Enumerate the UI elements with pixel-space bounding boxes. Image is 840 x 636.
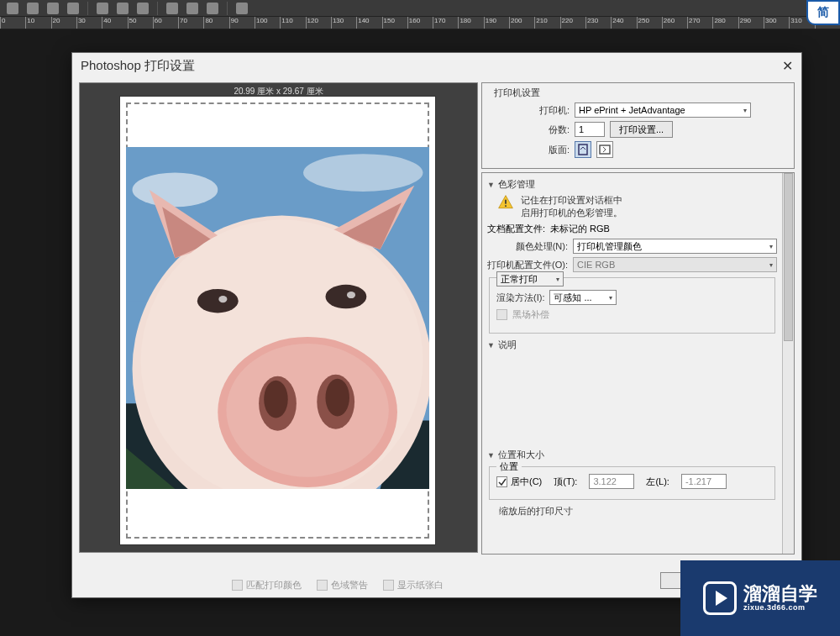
svg-rect-22 [505,205,507,207]
svg-rect-19 [579,145,587,155]
match-print-colors-checkbox [232,580,243,591]
doc-profile-value: 未标记的 RGB [550,223,610,235]
show-paper-white-label: 显示纸张白 [397,579,444,591]
tool-icon[interactable] [117,3,129,14]
tool-icon[interactable] [97,3,108,14]
portrait-icon [578,144,588,155]
chevron-down-icon: ▾ [609,294,612,302]
svg-point-17 [264,381,287,418]
watermark-url: zixue.3d66.com [743,604,817,612]
dialog-titlebar[interactable]: Photoshop 打印设置 ✕ [72,53,801,78]
separator [227,2,228,15]
printer-label: 打印机: [489,104,570,117]
position-size-header[interactable]: ▼ 位置和大小 [487,449,777,461]
printer-select[interactable]: HP ePrint + JetAdvantage ▾ [575,102,751,118]
vertical-scrollbar[interactable] [782,173,794,554]
settings-panel: 打印机设置 打印机: HP ePrint + JetAdvantage ▾ 份数… [481,82,795,555]
render-method-select[interactable]: 可感知 ... ▾ [549,290,617,305]
play-icon [703,581,737,615]
printer-setup-title: 打印机设置 [494,87,787,99]
svg-rect-21 [505,200,507,204]
top-input [589,474,634,489]
color-handling-value: 打印机管理颜色 [577,240,642,253]
copies-input[interactable] [575,122,605,137]
printer-value: HP ePrint + JetAdvantage [579,105,685,115]
disclosure-down-icon: ▼ [487,451,495,460]
print-settings-button[interactable]: 打印设置... [610,121,673,138]
dialog-title: Photoshop 打印设置 [81,58,195,74]
check-icon [497,477,507,486]
doc-profile-label: 文档配置文件: [487,223,545,235]
print-mode-fieldset: 正常打印 ▾ 渲染方法(I): 可感知 ... ▾ [489,277,775,334]
print-settings-dialog: Photoshop 打印设置 ✕ 20.99 厘米 x 29.67 厘米 [71,52,802,598]
svg-point-11 [218,296,227,302]
print-preview-panel: 20.99 厘米 x 29.67 厘米 [79,82,478,553]
horizontal-ruler: 0102030405060708090100110120130140150160… [0,17,840,29]
scaled-print-size-label: 缩放后的打印尺寸 [499,505,777,518]
normal-print-value: 正常打印 [501,273,538,286]
left-input [681,474,727,489]
paper-area [119,96,436,545]
copies-label: 份数: [489,124,570,136]
tool-icon[interactable] [7,3,18,14]
tool-icon[interactable] [207,3,218,14]
layout-label: 版面: [489,144,570,156]
color-management-header[interactable]: ▼ 色彩管理 [487,178,777,191]
svg-point-9 [197,289,239,313]
warning-text-1: 记住在打印设置对话框中 [521,194,622,207]
svg-point-18 [325,379,349,417]
separator [157,2,158,15]
warning-text-2: 启用打印机的色彩管理。 [521,207,622,219]
color-handling-select[interactable]: 打印机管理颜色 ▾ [573,239,777,254]
color-management-label: 色彩管理 [498,178,535,191]
normal-print-select[interactable]: 正常打印 ▾ [496,271,564,286]
preview-image [126,147,429,489]
show-paper-white-checkbox [383,580,394,591]
svg-point-2 [133,173,218,208]
top-label: 顶(T): [554,476,577,488]
color-handling-label: 颜色处理(N): [487,240,568,253]
tool-icon[interactable] [186,3,198,14]
portrait-orientation-button[interactable] [575,141,591,158]
description-area [487,353,777,445]
landscape-orientation-button[interactable] [596,141,613,158]
blackpoint-checkbox [496,309,507,320]
printer-setup-group: 打印机设置 打印机: HP ePrint + JetAdvantage ▾ 份数… [481,82,795,169]
chevron-down-icon: ▾ [769,243,773,250]
printer-profile-select: CIE RGB ▾ [573,257,777,272]
settings-scroll-area: ▼ 色彩管理 记住在打印设置对话框中 启用打印机的色彩管理。 [481,172,795,555]
chevron-down-icon: ▾ [769,261,773,269]
description-header[interactable]: ▼ 说明 [487,339,777,351]
tool-icon[interactable] [47,3,59,14]
position-size-label: 位置和大小 [498,449,544,461]
position-legend: 位置 [496,460,522,473]
tool-icon[interactable] [27,3,39,14]
tool-icon[interactable] [67,3,79,14]
blackpoint-label: 黑场补偿 [512,308,549,321]
svg-point-3 [303,154,423,192]
preview-options: 匹配打印颜色 色域警告 显示纸张白 [232,579,444,591]
gamut-warning-label: 色域警告 [331,579,368,591]
svg-point-14 [226,344,388,477]
app-toolbar [0,0,840,17]
printer-profile-value: CIE RGB [577,260,615,270]
tool-icon[interactable] [166,3,178,14]
render-method-value: 可感知 ... [554,292,591,304]
render-method-label: 渲染方法(I): [496,292,544,304]
chevron-down-icon: ▾ [743,107,747,114]
gamut-warning-checkbox [317,580,328,591]
chevron-down-icon: ▾ [556,276,559,283]
position-fieldset: 位置 居中(C) 顶(T): 左(L): [489,466,775,500]
scroll-thumb[interactable] [784,173,793,341]
description-label: 说明 [498,339,517,351]
left-label: 左(L): [646,476,669,488]
svg-point-10 [325,285,366,308]
printer-profile-label: 打印机配置文件(O): [487,259,568,271]
close-icon[interactable]: ✕ [782,58,793,74]
center-checkbox[interactable] [496,476,507,487]
watermark-title: 溜溜自学 [743,584,817,604]
tool-icon[interactable] [137,3,149,14]
match-print-colors-label: 匹配打印颜色 [246,579,302,591]
tool-icon[interactable] [236,3,248,14]
separator [87,2,88,15]
